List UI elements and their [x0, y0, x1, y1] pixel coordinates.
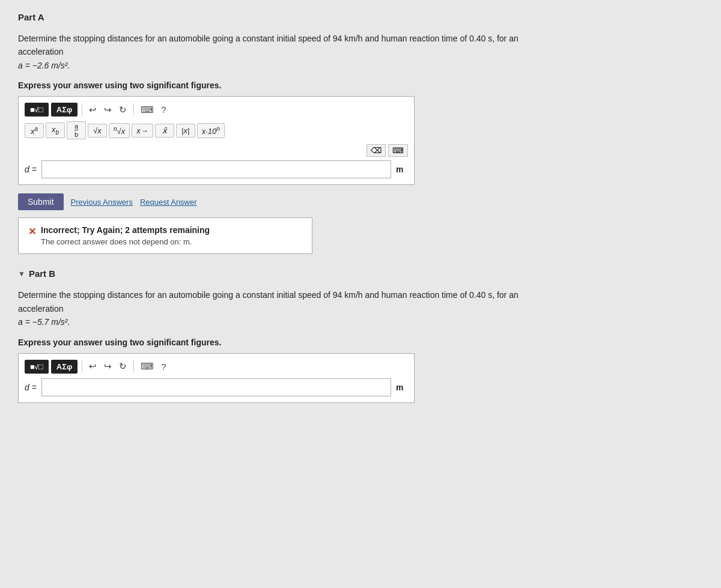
part-b-arrow: ▼	[18, 270, 25, 278]
part-b-express-label: Express your answer using two significan…	[18, 338, 703, 347]
x-hat-btn[interactable]: x̂	[155, 124, 174, 138]
backspace-btn-a[interactable]: ⌫	[367, 144, 386, 157]
part-a-feedback-content: ✕ Incorrect; Try Again; 2 attempts remai…	[28, 225, 302, 246]
part-a-action-row: Submit Previous Answers Request Answer	[18, 193, 703, 210]
part-a-express-label: Express your answer using two significan…	[18, 80, 703, 90]
part-b-toolbar-row: ■√□ ΑΣφ ↩ ↪ ↻ ⌨ ?	[25, 360, 408, 374]
sqrt-btn[interactable]: √x	[88, 124, 107, 138]
part-a-answer-input[interactable]	[41, 160, 391, 178]
toolbar-separator-1	[82, 104, 82, 116]
part-b-help-btn[interactable]: ?	[159, 360, 168, 373]
part-b-answer-box: ■√□ ΑΣφ ↩ ↪ ↻ ⌨ ? d = m	[18, 353, 415, 403]
part-a-d-label: d =	[25, 165, 37, 174]
part-b-input-row: d = m	[25, 378, 408, 396]
part-a-toolbar-row1: ■√□ ΑΣφ ↩ ↪ ↻ ⌨ ?	[25, 103, 408, 117]
part-a-feedback-text: Incorrect; Try Again; 2 attempts remaini…	[41, 225, 210, 246]
part-b-undo-btn[interactable]: ↩	[87, 360, 99, 373]
part-b-sqrt-block-btn[interactable]: ■√□	[25, 360, 49, 374]
part-b-section: ▼ Part B Determine the stopping distance…	[18, 268, 703, 402]
part-b-toolbar-sep2	[133, 360, 134, 372]
part-b-toolbar-sep1	[82, 360, 82, 372]
abs-val-btn[interactable]: |x|	[176, 124, 195, 138]
nth-root-btn[interactable]: n√x	[109, 123, 130, 138]
keyboard-btn-top[interactable]: ⌨	[138, 103, 156, 117]
part-b-refresh-btn[interactable]: ↻	[117, 360, 129, 373]
x-vector-btn[interactable]: x→	[132, 124, 153, 138]
toolbar-separator-2	[133, 104, 134, 116]
alpha-sigma-phi-btn[interactable]: ΑΣφ	[51, 103, 78, 117]
redo-btn[interactable]: ↪	[102, 103, 114, 117]
part-b-alpha-sigma-phi-btn[interactable]: ΑΣφ	[51, 360, 78, 374]
incorrect-icon: ✕	[28, 226, 36, 237]
part-a-header: Part A	[18, 12, 44, 22]
part-a-unit: m	[396, 165, 408, 174]
feedback-main-text: Incorrect; Try Again; 2 attempts remaini…	[41, 225, 210, 235]
feedback-sub-text: The correct answer does not depend on: m…	[41, 237, 210, 246]
x-superscript-btn[interactable]: xa	[25, 123, 44, 138]
part-a-problem-text: Determine the stopping distances for an …	[18, 32, 535, 72]
part-b-keyboard-btn[interactable]: ⌨	[138, 360, 156, 373]
part-a-previous-answers-btn[interactable]: Previous Answers	[71, 198, 133, 207]
part-a-math-buttons: xa xb ab √x n√x x→ x̂ |x| x·10n	[25, 121, 408, 139]
part-b-redo-btn[interactable]: ↪	[102, 360, 114, 373]
undo-btn[interactable]: ↩	[87, 103, 99, 117]
keyboard-btn-bottom-a[interactable]: ⌨	[388, 144, 408, 157]
part-a-answer-box: ■√□ ΑΣφ ↩ ↪ ↻ ⌨ ? xa xb ab √x n√x x→ x̂ …	[18, 96, 415, 185]
x-subscript-btn[interactable]: xb	[46, 123, 65, 138]
help-btn[interactable]: ?	[159, 103, 168, 116]
part-a-section: Part A Determine the stopping distances …	[18, 12, 703, 254]
part-a-request-answer-btn[interactable]: Request Answer	[140, 198, 197, 207]
sci-notation-btn[interactable]: x·10n	[197, 123, 225, 138]
part-b-header-row: ▼ Part B	[18, 268, 703, 279]
refresh-btn[interactable]: ↻	[117, 103, 129, 117]
part-b-unit: m	[396, 383, 408, 392]
sqrt-block-btn[interactable]: ■√□	[25, 103, 49, 117]
part-b-answer-input[interactable]	[41, 378, 391, 396]
part-a-input-row: d = m	[25, 160, 408, 178]
part-b-problem-text: Determine the stopping distances for an …	[18, 288, 535, 329]
part-a-feedback-box: ✕ Incorrect; Try Again; 2 attempts remai…	[18, 217, 312, 254]
part-a-submit-btn[interactable]: Submit	[18, 193, 64, 210]
part-b-d-label: d =	[25, 383, 37, 392]
part-b-header: Part B	[29, 268, 55, 279]
fraction-btn[interactable]: ab	[67, 121, 86, 139]
